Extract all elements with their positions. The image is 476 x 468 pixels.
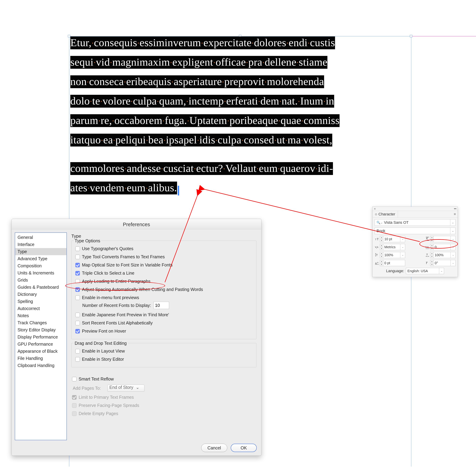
vscale-stepper[interactable]: ▲▼ [380,252,383,258]
prefs-sidebar-item[interactable]: Story Editor Display [15,326,66,334]
text-line: Etur,·consequis·essiminverum·expercitate… [70,36,335,49]
prefs-sidebar-item[interactable]: Grids [15,277,66,284]
paragraph-2: commolores·andesse·cusciat·ectur?·Vellau… [70,162,411,201]
tracking-stepper[interactable]: ▲▼ [430,244,434,250]
prefs-sidebar-item[interactable]: Track Changes [15,319,66,326]
hscale-stepper[interactable]: ▲▼ [430,252,434,258]
language-select[interactable]: English: USA ⌄ [406,268,444,274]
dropdown-icon[interactable]: ⌄ [451,260,456,266]
checkbox-apply-leading[interactable] [75,279,80,284]
prefs-sidebar-item[interactable]: General [15,234,66,241]
add-pages-label: Add Pages To: [73,386,101,391]
kerning-icon: VA [375,244,380,250]
end-of-story-marker [178,186,179,195]
prefs-category-list[interactable]: GeneralInterfaceTypeAdvanced TypeComposi… [15,233,67,440]
leading-input[interactable] [434,236,451,242]
tab-label: Character [378,212,395,217]
dropdown-icon[interactable]: ⌄ [451,252,456,258]
prefs-sidebar-item[interactable]: Dictionary [15,291,66,298]
recent-fonts-input[interactable] [153,302,169,309]
panel-header[interactable]: × ◂◂ [372,207,458,211]
prefs-sidebar-item[interactable]: File Handling [15,355,66,362]
text-frame[interactable]: Etur,·consequis·essiminverum·expercitate… [70,36,411,201]
cancel-button[interactable]: Cancel [201,444,227,452]
text-line: dolo·te·volore·culpa·quam,·inctemp·erfer… [70,95,334,108]
checkbox-japanese-preview[interactable] [75,313,80,317]
svg-text:T: T [426,253,428,256]
prefs-sidebar-item[interactable]: Composition [15,262,66,269]
character-tab[interactable]: ◇Character [372,211,398,217]
recent-fonts-label: Number of Recent Fonts to Display: [82,303,151,308]
character-panel[interactable]: × ◂◂ ◇Character ≡ 🔍⌄ Vista Sans OT ⌄ Boo… [372,206,458,277]
leading-icon: A [425,236,430,242]
checkbox-map-optical[interactable] [75,263,80,267]
hscale-input[interactable] [434,252,451,258]
dropdown-icon[interactable]: ⌄ [451,236,456,242]
prefs-sidebar-item[interactable]: Clipboard Handling [15,362,66,369]
prefs-sidebar-item[interactable]: Interface [15,241,66,248]
font-size-stepper[interactable]: ▲▼ [380,236,383,242]
svg-text:T: T [376,253,378,256]
skew-stepper[interactable]: ▲▼ [430,260,434,266]
preferences-dialog: Preferences GeneralInterfaceTypeAdvanced… [12,219,261,456]
svg-text:A: A [427,246,429,249]
checkbox-label: Enable Japanese Font Preview in 'Find Mo… [82,312,169,317]
font-style-combo[interactable]: Book ⌄ [375,228,456,234]
checkbox-convert-frames[interactable] [75,255,80,259]
dropdown-icon[interactable]: ⌄ [450,228,455,234]
panel-menu-icon[interactable]: ≡ [452,212,458,216]
dropdown-icon[interactable]: ⌄ [450,219,455,226]
leading-stepper[interactable]: ▲▼ [430,236,434,242]
checkbox-label: Map Optical Size to Font Size in Variabl… [82,263,173,267]
baseline-stepper[interactable]: ▲▼ [380,260,383,266]
checkbox-label: Triple Click to Select a Line [82,271,134,276]
checkbox-sort-recent[interactable] [75,321,80,325]
font-size-icon: TT [375,236,380,242]
prefs-sidebar-item[interactable]: Autocorrect [15,305,66,312]
dropdown-icon[interactable]: ⌄ [400,244,405,250]
kerning-stepper[interactable]: ▲▼ [380,244,383,250]
text-line: commolores·andesse·cusciat·ectur?·Vellau… [70,162,333,175]
checkbox-adjust-spacing[interactable] [75,287,80,292]
ok-button[interactable]: OK [231,444,257,452]
prefs-sidebar-item[interactable]: Notes [15,312,66,319]
group-legend: Type Options [74,238,101,243]
font-size-input[interactable] [383,236,400,242]
dropdown-icon[interactable]: ⌄ [400,236,405,242]
prefs-sidebar-item[interactable]: Type [15,248,66,255]
close-icon[interactable]: × [374,207,376,211]
skew-icon: T [425,260,430,266]
prefs-sidebar-item[interactable]: Appearance of Black [15,348,66,355]
checkbox-smart-reflow[interactable] [72,377,76,381]
font-family-combo[interactable]: 🔍⌄ Vista Sans OT ⌄ [375,219,456,226]
checkbox-triple-click[interactable] [75,271,80,276]
paragraph-1: Etur,·consequis·essiminverum·expercitate… [70,36,411,153]
checkbox-label: Smart Text Reflow [79,377,114,381]
prefs-sidebar-item[interactable]: Advanced Type [15,255,66,262]
checkbox-typographers-quotes[interactable] [75,247,80,251]
prefs-sidebar-item[interactable]: Display Performance [15,334,66,341]
vscale-input[interactable] [383,252,400,258]
language-value: English: USA [407,269,428,273]
tracking-input[interactable] [434,244,451,250]
checkbox-preview-hover[interactable] [75,329,80,334]
prefs-sidebar-item[interactable]: GPU Performance [15,341,66,348]
prefs-sidebar-item[interactable]: Units & Increments [15,269,66,277]
dropdown-icon[interactable]: ⌄ [400,252,405,258]
dropdown-icon[interactable]: ⌄ [451,244,456,250]
skew-input[interactable] [434,260,451,266]
checkbox-dnd-story[interactable] [75,357,80,362]
smart-reflow-group: Smart Text Reflow Add Pages To: End of S… [71,371,256,422]
frame-handle[interactable] [68,35,70,37]
checkbox-inmenu-preview[interactable] [75,295,80,300]
dialog-title: Preferences [12,219,261,229]
prefs-sidebar-item[interactable]: Spelling [15,298,66,305]
checkbox-label: Enable in-menu font previews [82,295,139,300]
checkbox-label: Adjust Spacing Automatically When Cuttin… [82,287,203,292]
baseline-input[interactable] [383,260,405,266]
prefs-sidebar-item[interactable]: Guides & Pasteboard [15,284,66,291]
checkbox-dnd-layout[interactable] [75,349,80,353]
collapse-icon[interactable]: ◂◂ [454,207,456,210]
kerning-input[interactable] [383,244,400,250]
dropdown-icon[interactable]: ⌄ [439,268,444,274]
